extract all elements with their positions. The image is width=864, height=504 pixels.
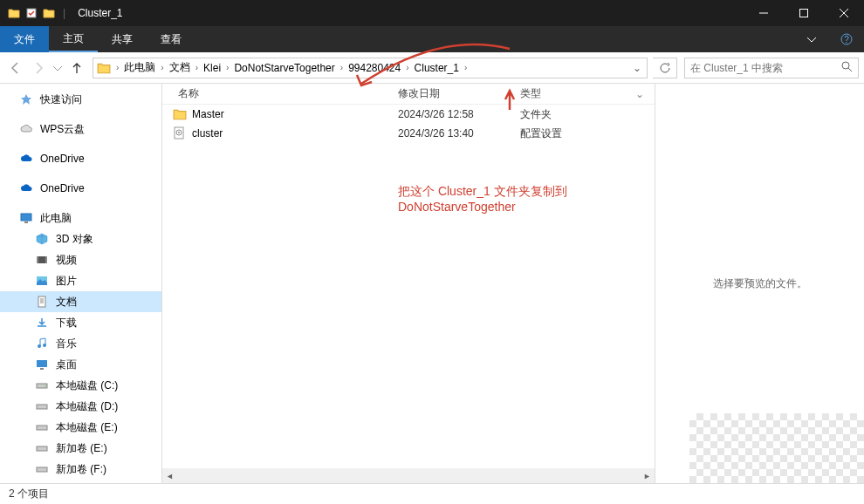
svg-rect-10 (24, 221, 28, 223)
sidebar-item-quickaccess[interactable]: 快速访问 (0, 89, 161, 110)
sidebar-item-music[interactable]: 音乐 (0, 333, 161, 354)
scroll-right-icon[interactable]: ► (640, 468, 655, 483)
sidebar-item-label: 3D 对象 (56, 232, 93, 247)
sidebar-item-downloads[interactable]: 下载 (0, 312, 161, 333)
sidebar-item-disk-e[interactable]: 本地磁盘 (E:) (0, 417, 161, 438)
sidebar-item-videos[interactable]: 视频 (0, 249, 161, 270)
sidebar-item-3dobjects[interactable]: 3D 对象 (0, 228, 161, 249)
navigation-pane[interactable]: 快速访问 WPS云盘 OneDrive OneDrive 此电脑 3D 对象 视… (0, 84, 162, 483)
sidebar-item-label: 文档 (56, 295, 77, 310)
menu-share[interactable]: 共享 (98, 26, 147, 52)
svg-rect-9 (21, 214, 31, 221)
menu-view[interactable]: 查看 (147, 26, 195, 52)
sidebar-item-disk-d[interactable]: 本地磁盘 (D:) (0, 396, 161, 417)
breadcrumb-seg[interactable]: Klei (200, 58, 224, 78)
horizontal-scrollbar[interactable]: ◄ ► (162, 468, 655, 483)
sidebar-item-pictures[interactable]: 图片 (0, 270, 161, 291)
nav-up-button[interactable] (66, 58, 87, 78)
svg-rect-22 (40, 368, 44, 370)
file-rows[interactable]: Master 2024/3/26 12:58 文件夹 cluster 2024/… (162, 105, 655, 483)
svg-rect-28 (37, 467, 47, 472)
drive-icon (35, 420, 49, 434)
breadcrumb-seg[interactable]: DoNotStarveTogether (230, 58, 338, 78)
sidebar-item-label: 新加卷 (E:) (56, 441, 107, 456)
chevron-down-icon[interactable]: ⌄ (627, 62, 647, 74)
breadcrumb-seg[interactable]: 此电脑 (120, 58, 159, 78)
file-list[interactable]: 名称 修改日期 类型 ⌄ Master 2024/3/26 12:58 文件夹 … (162, 84, 655, 483)
sidebar-item-disk-c[interactable]: 本地磁盘 (C:) (0, 375, 161, 396)
check-icon (24, 6, 38, 20)
breadcrumb-seg[interactable]: 文档 (166, 58, 194, 78)
titlebar-quick-access: | (7, 6, 69, 20)
svg-rect-12 (37, 256, 38, 263)
sidebar-item-onedrive[interactable]: OneDrive (0, 178, 161, 199)
chevron-right-icon[interactable]: › (194, 63, 200, 72)
maximize-button[interactable] (784, 0, 824, 26)
pictures-icon (35, 274, 49, 288)
svg-point-19 (38, 344, 41, 348)
svg-line-8 (848, 68, 852, 72)
sidebar-item-label: 本地磁盘 (D:) (56, 399, 118, 414)
file-date: 2024/3/26 13:40 (398, 127, 520, 140)
folder-icon (173, 107, 187, 121)
sidebar-item-documents[interactable]: 文档 (0, 291, 161, 312)
sidebar-item-disk-f[interactable]: 新加卷 (F:) (0, 459, 161, 480)
svg-text:?: ? (844, 35, 849, 44)
sidebar-item-label: 新加卷 (F:) (56, 462, 106, 477)
cloud-icon (19, 122, 33, 136)
cube-icon (35, 232, 49, 246)
file-name: cluster (192, 127, 398, 140)
svg-point-31 (178, 132, 180, 133)
help-button[interactable]: ? (829, 26, 864, 52)
nav-forward-button[interactable] (28, 58, 49, 78)
sidebar-item-label: 本地磁盘 (E:) (56, 420, 118, 435)
computer-icon (19, 211, 33, 225)
close-button[interactable] (824, 0, 864, 26)
sidebar-item-desktop[interactable]: 桌面 (0, 354, 161, 375)
sidebar-item-label: 图片 (56, 274, 77, 289)
sidebar-item-thispc[interactable]: 此电脑 (0, 208, 161, 228)
sidebar-item-disk-e2[interactable]: 新加卷 (E:) (0, 438, 161, 459)
cloud-icon (19, 152, 33, 166)
svg-rect-13 (45, 256, 47, 263)
preview-pane: 选择要预览的文件。 (655, 84, 864, 483)
chevron-right-icon[interactable]: › (114, 63, 120, 72)
svg-rect-27 (37, 446, 47, 451)
svg-rect-25 (37, 405, 47, 409)
nav-back-button[interactable] (5, 58, 26, 78)
sidebar-item-wps[interactable]: WPS云盘 (0, 119, 161, 140)
nav-recent-button[interactable] (51, 58, 65, 78)
column-type[interactable]: 类型 (520, 86, 607, 101)
search-icon[interactable] (840, 60, 853, 75)
sidebar-item-label: OneDrive (40, 153, 85, 165)
scroll-left-icon[interactable]: ◄ (162, 468, 177, 483)
sidebar-item-label: OneDrive (40, 182, 85, 194)
svg-point-20 (43, 344, 46, 347)
chevron-right-icon[interactable]: › (224, 63, 230, 72)
search-box[interactable] (684, 58, 859, 78)
menu-home[interactable]: 主页 (49, 26, 98, 52)
file-type: 配置设置 (520, 126, 607, 141)
chevron-right-icon[interactable]: › (159, 63, 165, 72)
download-icon (35, 316, 49, 330)
sidebar-item-onedrive[interactable]: OneDrive (0, 148, 161, 169)
video-icon (35, 253, 49, 267)
sort-indicator-icon[interactable]: ⌄ (635, 88, 655, 100)
refresh-button[interactable] (653, 58, 677, 78)
main-area: 快速访问 WPS云盘 OneDrive OneDrive 此电脑 3D 对象 视… (0, 84, 864, 483)
menu-file[interactable]: 文件 (0, 26, 49, 52)
folder-icon (7, 6, 21, 20)
music-icon (35, 337, 49, 351)
expand-ribbon-button[interactable] (794, 26, 829, 52)
search-input[interactable] (690, 62, 840, 74)
sidebar-item-label: 下载 (56, 316, 77, 330)
checker-background (689, 413, 864, 483)
svg-rect-21 (37, 360, 47, 367)
status-bar: 2 个项目 (0, 483, 864, 504)
minimize-button[interactable] (744, 0, 784, 26)
chevron-right-icon[interactable]: › (339, 63, 345, 72)
drive-icon (35, 441, 49, 455)
annotation-arrow (353, 49, 527, 127)
sidebar-item-label: 桌面 (56, 358, 77, 372)
annotation-text: 把这个 Cluster_1 文件夹复制到 DoNotStarveTogether (398, 184, 655, 214)
